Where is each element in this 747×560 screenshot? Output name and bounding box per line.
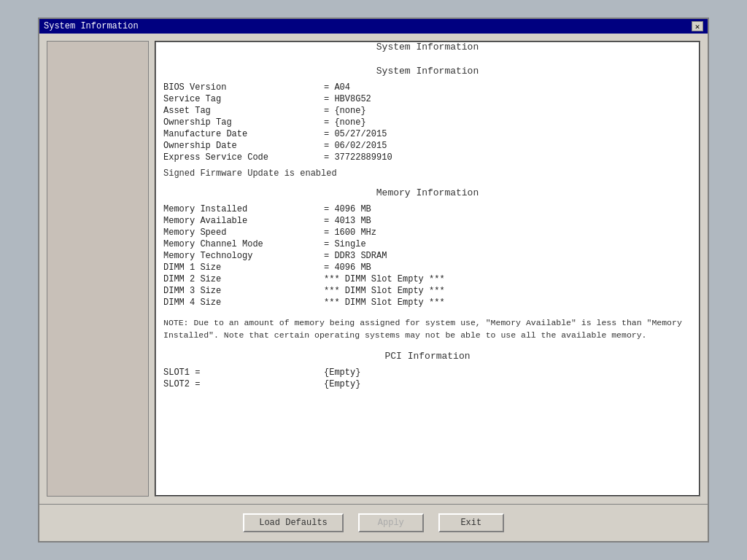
row-label: Memory Available: [163, 216, 324, 226]
panel-legend: System Information: [372, 42, 483, 52]
row-label: Ownership Tag: [163, 117, 324, 128]
row-label: Service Tag: [163, 94, 324, 104]
apply-button[interactable]: Apply: [358, 513, 424, 532]
row-label: Memory Speed: [163, 228, 324, 238]
title-bar: System Information ✕: [39, 19, 708, 34]
row-value: = 05/27/2015: [324, 129, 692, 139]
table-row: Express Service Code= 37722889910: [163, 152, 692, 163]
row-label: Express Service Code: [163, 152, 324, 163]
row-value: {Empty}: [324, 368, 692, 378]
bottom-bar: Load Defaults Apply Exit: [39, 504, 708, 541]
row-label: SLOT2 =: [163, 379, 324, 389]
table-row: Ownership Date= 06/02/2015: [163, 141, 692, 151]
row-value: = HBV8G52: [324, 94, 692, 104]
row-value: = 37722889910: [324, 152, 692, 163]
info-panel: System Information System Information BI…: [155, 41, 700, 497]
row-value: *** DIMM Slot Empty ***: [324, 274, 692, 284]
row-value: = 06/02/2015: [324, 141, 692, 151]
memory-info-header: Memory Information: [163, 187, 692, 198]
table-row: Memory Available= 4013 MB: [163, 216, 692, 226]
row-value: = 4096 MB: [324, 262, 692, 273]
row-label: Memory Channel Mode: [163, 239, 324, 249]
row-label: DIMM 4 Size: [163, 298, 324, 308]
table-row: Ownership Tag= {none}: [163, 117, 692, 128]
system-info-rows: BIOS Version= A04Service Tag= HBV8G52Ass…: [163, 82, 692, 163]
row-value: = 4096 MB: [324, 204, 692, 214]
row-value: = {none}: [324, 106, 692, 116]
row-label: Memory Installed: [163, 204, 324, 214]
row-value: = 4013 MB: [324, 216, 692, 226]
memory-note: NOTE: Due to an amount of memory being a…: [163, 316, 692, 342]
pci-info-rows: SLOT1 ={Empty}SLOT2 ={Empty}: [163, 368, 692, 389]
table-row: Manufacture Date= 05/27/2015: [163, 129, 692, 139]
row-label: Memory Technology: [163, 251, 324, 261]
system-info-header: System Information: [163, 66, 692, 77]
table-row: DIMM 1 Size= 4096 MB: [163, 262, 692, 273]
firmware-text: Signed Firmware Update is enabled: [163, 168, 692, 179]
row-value: = 1600 MHz: [324, 228, 692, 238]
pci-info-header: PCI Information: [163, 351, 692, 362]
content-area: System Information System Information BI…: [155, 41, 700, 497]
table-row: SLOT1 ={Empty}: [163, 368, 692, 378]
table-row: SLOT2 ={Empty}: [163, 379, 692, 389]
row-label: DIMM 2 Size: [163, 274, 324, 284]
close-button[interactable]: ✕: [692, 21, 703, 31]
row-value: = A04: [324, 82, 692, 93]
memory-info-rows: Memory Installed= 4096 MBMemory Availabl…: [163, 204, 692, 308]
row-label: Manufacture Date: [163, 129, 324, 139]
table-row: Memory Technology= DDR3 SDRAM: [163, 251, 692, 261]
main-area: System Information System Information BI…: [39, 34, 708, 504]
exit-button[interactable]: Exit: [438, 513, 504, 532]
load-defaults-button[interactable]: Load Defaults: [243, 513, 344, 532]
row-label: Ownership Date: [163, 141, 324, 151]
row-value: *** DIMM Slot Empty ***: [324, 298, 692, 308]
window-title: System Information: [44, 21, 139, 31]
row-label: SLOT1 =: [163, 368, 324, 378]
table-row: Service Tag= HBV8G52: [163, 94, 692, 104]
table-row: Memory Installed= 4096 MB: [163, 204, 692, 214]
table-row: DIMM 3 Size*** DIMM Slot Empty ***: [163, 286, 692, 296]
row-label: Asset Tag: [163, 106, 324, 116]
table-row: BIOS Version= A04: [163, 82, 692, 93]
row-label: DIMM 1 Size: [163, 262, 324, 273]
row-value: = DDR3 SDRAM: [324, 251, 692, 261]
main-window: System Information ✕ System Information …: [38, 18, 709, 542]
scrollable-content[interactable]: System Information BIOS Version= A04Serv…: [156, 42, 699, 495]
row-value: *** DIMM Slot Empty ***: [324, 286, 692, 296]
left-sidebar: [47, 41, 149, 497]
table-row: DIMM 4 Size*** DIMM Slot Empty ***: [163, 298, 692, 308]
table-row: Memory Speed= 1600 MHz: [163, 228, 692, 238]
row-value: = Single: [324, 239, 692, 249]
table-row: DIMM 2 Size*** DIMM Slot Empty ***: [163, 274, 692, 284]
row-label: DIMM 3 Size: [163, 286, 324, 296]
table-row: Memory Channel Mode= Single: [163, 239, 692, 249]
table-row: Asset Tag= {none}: [163, 106, 692, 116]
row-value: = {none}: [324, 117, 692, 128]
row-value: {Empty}: [324, 379, 692, 389]
row-label: BIOS Version: [163, 82, 324, 93]
